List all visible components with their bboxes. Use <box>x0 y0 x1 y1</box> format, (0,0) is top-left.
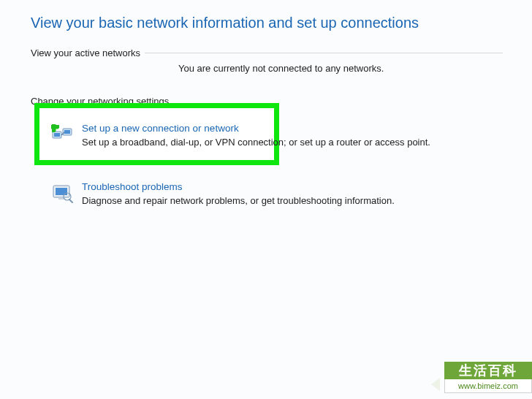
svg-rect-1 <box>54 133 60 137</box>
watermark-arrow-icon <box>431 378 440 391</box>
no-networks-message: You are currently not connected to any n… <box>31 63 532 74</box>
troubleshoot-option[interactable]: Troubleshoot problems Diagnose and repai… <box>51 181 532 206</box>
network-center-page: View your basic network information and … <box>0 0 532 399</box>
troubleshoot-text: Troubleshoot problems Diagnose and repai… <box>82 181 395 206</box>
troubleshoot-title: Troubleshoot problems <box>82 181 395 192</box>
divider <box>145 53 503 53</box>
active-networks-row: View your active networks <box>31 48 532 58</box>
setup-connection-icon <box>51 124 75 145</box>
watermark-title: 生活百科 <box>444 362 532 379</box>
troubleshoot-icon <box>51 183 75 203</box>
troubleshoot-desc: Diagnose and repair network problems, or… <box>82 195 395 206</box>
svg-rect-3 <box>64 130 70 134</box>
setup-connection-option[interactable]: Set up a new connection or network Set u… <box>51 123 532 148</box>
page-title: View your basic network information and … <box>31 15 532 31</box>
setup-connection-desc: Set up a broadband, dial-up, or VPN conn… <box>82 137 430 148</box>
active-networks-header: View your active networks <box>31 48 145 58</box>
watermark-url: www.bimeiz.com <box>444 379 532 393</box>
svg-rect-9 <box>56 188 67 195</box>
setup-connection-title: Set up a new connection or network <box>82 123 430 134</box>
svg-line-12 <box>69 200 72 202</box>
setup-connection-text: Set up a new connection or network Set u… <box>82 123 430 148</box>
watermark: 生活百科 www.bimeiz.com <box>444 362 532 395</box>
